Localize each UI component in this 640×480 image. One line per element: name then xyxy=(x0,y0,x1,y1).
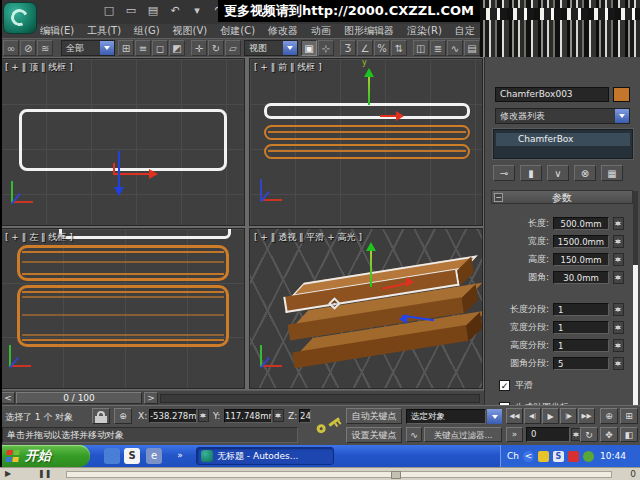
viewport-perspective[interactable]: [ + ‖ 透视 ‖ 平滑 + 高光 ] xyxy=(249,228,483,389)
y-spinner[interactable] xyxy=(273,409,284,422)
fillet-spinner[interactable] xyxy=(613,271,624,284)
tray-icon-4[interactable] xyxy=(583,451,594,462)
chamferbox-front-2[interactable] xyxy=(264,125,470,140)
new-file-icon[interactable]: □ xyxy=(100,3,118,20)
chamferbox-top-view-selected[interactable] xyxy=(19,109,227,171)
mirror-icon[interactable]: ◫ xyxy=(413,40,429,56)
reference-coordinate-arrow-icon[interactable] xyxy=(283,41,297,55)
viewport-left-label[interactable]: [ + ‖ 左 ‖ 线框 ] xyxy=(5,231,73,244)
height-segs-field[interactable]: 1 xyxy=(553,339,609,352)
height-field[interactable]: 150.0mm xyxy=(553,253,609,266)
window-crossing-icon[interactable]: ◩ xyxy=(169,40,185,56)
rectangular-region-icon[interactable]: ◻ xyxy=(152,40,168,56)
parameters-rollout-header[interactable]: − 参数 xyxy=(491,190,633,204)
tray-icon-2[interactable]: S xyxy=(553,451,564,462)
selection-set-dropdown[interactable]: 选定对象 xyxy=(406,409,486,424)
fillet-segs-field[interactable]: 5 xyxy=(553,357,609,370)
width-segs-field[interactable]: 1 xyxy=(553,321,609,334)
menu-edit[interactable]: 编辑(E) xyxy=(40,24,74,38)
start-button[interactable]: 开始 xyxy=(0,445,90,467)
set-key-mode-icon[interactable]: ∿ xyxy=(406,427,422,442)
y-coordinate-field[interactable]: 117.748mm xyxy=(224,409,272,423)
modifier-list-dropdown[interactable]: 修改器列表 xyxy=(495,108,630,124)
task-button-max[interactable]: 无标题 - Autodes... xyxy=(196,447,334,465)
chamferbox-left-3[interactable] xyxy=(17,285,229,347)
configure-modifier-sets-icon[interactable]: ▦ xyxy=(601,165,623,181)
previous-frame-button[interactable]: ◀| xyxy=(524,408,541,424)
maximize-viewport-icon[interactable]: ◧ xyxy=(620,427,638,442)
align-icon[interactable]: ≣ xyxy=(430,40,446,56)
rollout-collapse-icon[interactable]: − xyxy=(494,193,503,202)
spinner-snap-icon[interactable]: ⇅ xyxy=(391,40,407,56)
use-pivot-center-icon[interactable]: ▣ xyxy=(301,40,317,56)
select-rotate-icon[interactable]: ↻ xyxy=(208,40,224,56)
tray-icon-3[interactable] xyxy=(568,451,579,462)
viewport-front[interactable]: [ + ‖ 前 ‖ 线框 ] y xyxy=(249,58,483,226)
menu-customize[interactable]: 自定 xyxy=(455,24,475,38)
menu-animation[interactable]: 动画 xyxy=(311,24,331,38)
selection-set-arrow-icon[interactable] xyxy=(487,409,502,424)
height-segs-spinner[interactable] xyxy=(613,339,624,352)
length-field[interactable]: 500.0mm xyxy=(553,217,609,230)
viewport-left[interactable]: [ + ‖ 左 ‖ 线框 ] xyxy=(0,228,245,389)
gizmo-y-axis[interactable] xyxy=(370,245,372,287)
menu-modifiers[interactable]: 修改器 xyxy=(268,24,298,38)
tray-clock[interactable]: 10:44 xyxy=(600,451,626,461)
tray-collapse-icon[interactable]: < xyxy=(523,451,534,462)
fillet-field[interactable]: 30.0mm xyxy=(553,271,609,284)
select-move-icon[interactable]: ✛ xyxy=(191,40,207,56)
selection-filter-arrow-icon[interactable] xyxy=(100,41,114,55)
timeline-next-button[interactable]: > xyxy=(144,392,158,404)
player-pause-icon[interactable]: ❚❚ xyxy=(38,469,51,479)
chamferbox-left-selected[interactable] xyxy=(59,228,231,239)
select-manipulate-icon[interactable]: ⊹ xyxy=(318,40,334,56)
menu-group[interactable]: 组(G) xyxy=(134,24,160,38)
percent-snap-icon[interactable]: % xyxy=(374,40,390,56)
quick-launch-overflow-icon[interactable]: » xyxy=(172,448,188,464)
save-file-icon[interactable]: ▤ xyxy=(144,3,162,20)
menu-views[interactable]: 视图(V) xyxy=(173,24,208,38)
absolute-offset-toggle[interactable]: ⊕ xyxy=(114,408,132,424)
timeline-prev-button[interactable]: < xyxy=(1,392,15,404)
quick-launch-icon-3[interactable]: e xyxy=(146,448,162,464)
length-segs-field[interactable]: 1 xyxy=(553,303,609,316)
remove-modifier-icon[interactable]: ⊗ xyxy=(574,165,596,181)
x-coordinate-field[interactable]: -538.278m xyxy=(149,409,197,423)
select-link-icon[interactable]: ∞ xyxy=(3,40,19,56)
auto-key-button[interactable]: 自动关键点 xyxy=(346,408,402,424)
time-slider-track[interactable] xyxy=(160,394,480,403)
viewport-perspective-label[interactable]: [ + ‖ 透视 ‖ 平滑 + 高光 ] xyxy=(254,231,362,244)
arc-rotate-icon[interactable]: ↻ xyxy=(580,427,598,442)
chamferbox-left-2[interactable] xyxy=(17,245,229,281)
quick-launch-icon-1[interactable] xyxy=(104,448,120,464)
reference-coordinate-dropdown[interactable]: 视图 xyxy=(244,40,298,56)
select-by-name-icon[interactable]: ≡ xyxy=(135,40,151,56)
width-field[interactable]: 1500.0mm xyxy=(553,235,609,248)
show-end-result-icon[interactable]: ▮ xyxy=(520,165,542,181)
undo-dropdown-icon[interactable]: ▾ xyxy=(188,3,206,20)
height-spinner[interactable] xyxy=(613,253,624,266)
select-object-icon[interactable]: ⊞ xyxy=(118,40,134,56)
width-spinner[interactable] xyxy=(613,235,624,248)
length-spinner[interactable] xyxy=(613,217,624,230)
chamferbox-front-selected[interactable] xyxy=(264,103,470,119)
smooth-checkbox[interactable]: ✓ xyxy=(499,380,510,391)
player-play-icon[interactable]: ▶ xyxy=(5,469,11,479)
player-progress-track[interactable] xyxy=(66,471,612,478)
tray-icon-1[interactable] xyxy=(538,451,549,462)
time-slider-handle[interactable]: 0 / 100 xyxy=(16,392,142,404)
z-coordinate-field[interactable]: 24 xyxy=(299,409,311,423)
stack-item-chamferbox[interactable]: ChamferBox xyxy=(496,133,630,146)
menu-tools[interactable]: 工具(T) xyxy=(87,24,121,38)
language-indicator[interactable]: Ch xyxy=(507,451,519,461)
selection-lock-button[interactable] xyxy=(92,408,110,424)
go-to-start-button[interactable]: ◀◀ xyxy=(506,408,523,424)
bind-spacewarp-icon[interactable]: ≋ xyxy=(37,40,53,56)
menu-graph-editors[interactable]: 图形编辑器 xyxy=(344,24,394,38)
player-progress-thumb[interactable] xyxy=(391,471,401,479)
menu-rendering[interactable]: 渲染(R) xyxy=(407,24,442,38)
layer-manager-icon[interactable]: ▤ xyxy=(464,40,480,56)
quick-launch-icon-2[interactable]: S xyxy=(124,448,140,464)
width-segs-spinner[interactable] xyxy=(613,321,624,334)
gizmo-y-axis[interactable] xyxy=(118,151,120,189)
